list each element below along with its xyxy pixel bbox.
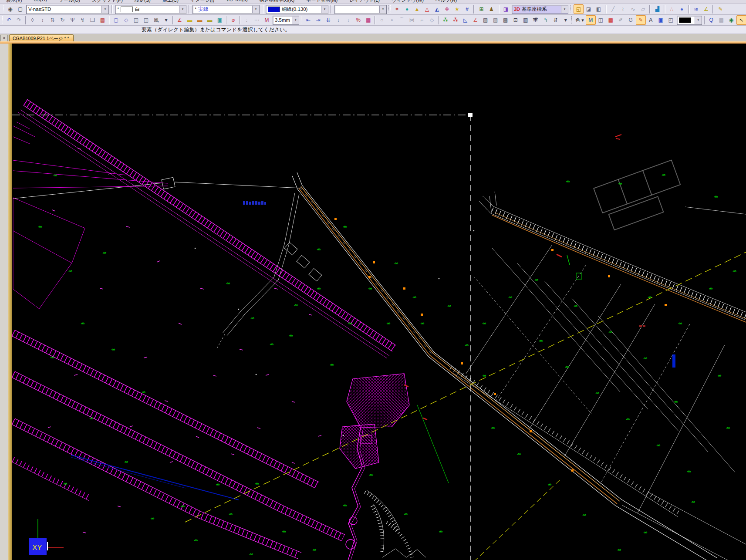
table-icon[interactable]: ▥ <box>520 15 530 25</box>
menu-item-6[interactable]: イメージ(I) <box>190 0 214 3</box>
board-icon[interactable]: ◫ <box>596 15 606 25</box>
select-poly-icon[interactable]: ◇ <box>121 15 131 25</box>
points-row-icon[interactable]: ⋯ <box>252 15 262 25</box>
text-size-combo[interactable]: 3.5mm▼ <box>273 16 299 25</box>
chevron-down-icon[interactable]: ▼ <box>252 6 259 13</box>
plane-copy-icon[interactable]: ◪ <box>584 4 594 14</box>
purple-view-icon[interactable]: ◨ <box>501 4 511 14</box>
menu-item-10[interactable]: レイアウト(L) <box>349 0 380 3</box>
layout-icon[interactable]: ◰ <box>666 15 676 25</box>
measure-hammer-icon[interactable]: ▲ <box>412 4 422 14</box>
node-tool-icon[interactable]: ∘ <box>387 15 397 25</box>
search-test-icon[interactable]: M <box>262 15 272 25</box>
prism-icon[interactable]: ◭ <box>432 4 442 14</box>
pen-highlight-icon[interactable]: ✎ <box>636 15 646 25</box>
menu-item-12[interactable]: ヘルプ(H) <box>435 0 457 3</box>
g-command-icon[interactable]: G <box>626 15 636 25</box>
sort-icon[interactable]: ⇵ <box>550 15 560 25</box>
layers-icon[interactable]: ❏ <box>88 15 98 25</box>
blue-window-icon[interactable]: ▣ <box>656 15 666 25</box>
hatch-dense-icon[interactable]: ▩ <box>500 15 510 25</box>
color-dropdown-button[interactable]: 色 ▾ <box>574 15 586 25</box>
menu-item-2[interactable]: ツール(O) <box>59 0 80 3</box>
profile-combo[interactable]: V-nasSTD▼ <box>26 5 109 14</box>
menu-item-9[interactable]: モード切替(M) <box>306 0 338 3</box>
undo-icon[interactable]: ↶ <box>4 15 14 25</box>
chart-3d-icon[interactable]: ▟ <box>652 4 662 14</box>
toolbar-grip[interactable] <box>2 5 4 13</box>
pan-hand-icon[interactable]: ◉ <box>5 4 15 14</box>
blocks-icon[interactable]: ❖ <box>442 4 452 14</box>
explode-icon[interactable]: ✶ <box>392 4 402 14</box>
hatch-diag2-icon[interactable]: ▨ <box>490 15 500 25</box>
drop-small-icon[interactable]: ▾ <box>560 15 570 25</box>
menu-item-1[interactable]: 3D(G) <box>34 0 47 3</box>
linewidth-combo[interactable]: 細線(0.130)▼ <box>266 5 328 14</box>
bookmark-icon[interactable]: M <box>586 15 596 25</box>
chevron-down-icon[interactable]: ▼ <box>101 6 108 13</box>
chevron-down-icon[interactable]: ▼ <box>561 6 568 13</box>
weight-icon[interactable]: 重 <box>530 15 540 25</box>
cursor-icon[interactable]: ↖ <box>736 15 746 25</box>
ghost-grid-icon[interactable]: ▦ <box>716 15 726 25</box>
frame-icon[interactable]: ⊡ <box>510 15 520 25</box>
toolbar-grip[interactable] <box>388 5 391 13</box>
display-order-icon[interactable]: 風 <box>151 15 161 25</box>
chevron-down-icon[interactable]: ▼ <box>379 6 386 13</box>
scatter-green-icon[interactable]: ⁂ <box>440 15 450 25</box>
display-order-arrow-icon[interactable]: ▾ <box>161 15 171 25</box>
down-icon[interactable]: ↓ <box>333 15 343 25</box>
coord-system-combo[interactable]: 3D 基準座標系▼ <box>512 5 568 14</box>
star-icon[interactable]: ★ <box>452 4 462 14</box>
plane-add-icon[interactable]: ◧ <box>594 4 604 14</box>
polyline-icon[interactable]: ≀ <box>618 4 628 14</box>
document-tab[interactable]: CGAB1009.P21 1ページ * * <box>9 34 74 42</box>
origin-marker[interactable]: XY <box>29 519 64 555</box>
align-stack-icon[interactable]: ⇊ <box>323 15 333 25</box>
q-settings-icon[interactable]: Q <box>706 15 716 25</box>
menu-item-8[interactable]: 構造物標準図(K) <box>260 0 295 3</box>
grid-window-icon[interactable]: ⊞ <box>476 4 486 14</box>
red-table-icon[interactable]: ▤ <box>98 15 108 25</box>
globe-icon[interactable]: ◉ <box>726 15 736 25</box>
pen-ruler-icon[interactable]: ✐ <box>616 15 626 25</box>
rotate-icon[interactable]: ↻ <box>57 15 68 25</box>
linetype-combo[interactable]: * 実線▼ <box>192 5 260 14</box>
drawing-svg[interactable]: XY <box>12 44 746 560</box>
person-light-icon[interactable]: ♟ <box>486 4 496 14</box>
toolbar-grip[interactable] <box>2 16 3 24</box>
paste-shape-icon[interactable]: ◫ <box>141 15 151 25</box>
set-square-icon[interactable]: ◺ <box>460 15 470 25</box>
copy-shape-icon[interactable]: ◫ <box>131 15 141 25</box>
z-wave-icon[interactable]: ≋ <box>691 4 701 14</box>
redo-icon[interactable]: ↷ <box>14 15 24 25</box>
chevron-down-icon[interactable]: ▼ <box>179 6 186 13</box>
align-right-icon[interactable]: ⇥ <box>313 15 323 25</box>
frame-teal-icon[interactable]: ▣ <box>215 15 225 25</box>
section-123-icon[interactable]: # <box>462 4 472 14</box>
angle-red-icon[interactable]: ∠ <box>470 15 480 25</box>
menu-item-5[interactable]: 施工(C) <box>162 0 179 3</box>
scatter-red-icon[interactable]: ⁂ <box>450 15 460 25</box>
xy-plane-icon[interactable]: ◱ <box>574 4 584 14</box>
measure-person-icon[interactable]: ↯ <box>78 15 88 25</box>
angle-measure-icon[interactable]: ∡ <box>175 15 185 25</box>
region-icon[interactable]: ▱ <box>638 4 648 14</box>
menu-item-11[interactable]: ウィンドウ(W) <box>392 0 424 3</box>
branch-icon[interactable]: Ψ <box>68 15 78 25</box>
align-left-icon[interactable]: ⇤ <box>303 15 313 25</box>
arc-tool-icon[interactable]: ⌒ <box>397 15 407 25</box>
fillet-tool-icon[interactable]: ⌐ <box>417 15 427 25</box>
red-grid-icon[interactable]: ▦ <box>606 15 616 25</box>
measure-length-icon[interactable]: ⌀ <box>228 15 238 25</box>
return-arrow-icon[interactable]: ↰ <box>540 15 550 25</box>
points-column-icon[interactable]: : <box>242 15 252 25</box>
erase-icon[interactable]: ◊ <box>27 15 37 25</box>
chevron-down-icon[interactable]: ▼ <box>321 6 328 13</box>
polygon-tool-icon[interactable]: ◇ <box>427 15 437 25</box>
menu-item-4[interactable]: 設定(S) <box>135 0 151 3</box>
menu-item-3[interactable]: スクリプト(P) <box>92 0 123 3</box>
solid-sphere-icon[interactable]: ● <box>402 4 412 14</box>
draw-color-combo[interactable]: ▼ <box>677 16 702 25</box>
sphere-blue-icon[interactable]: ● <box>677 4 687 14</box>
